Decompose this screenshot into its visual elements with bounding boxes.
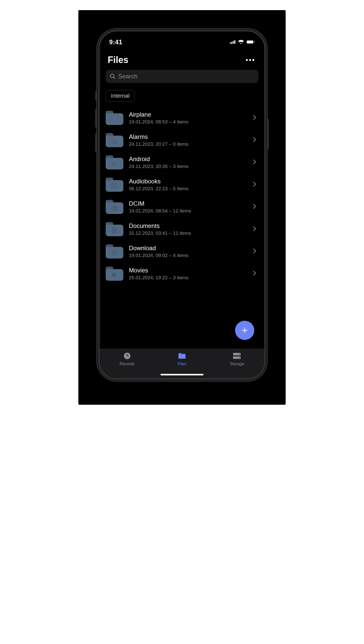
svg-point-24 bbox=[113, 273, 114, 274]
dynamic-island bbox=[163, 35, 201, 47]
svg-line-12 bbox=[116, 163, 116, 164]
nav-recents[interactable]: Recents bbox=[100, 352, 154, 378]
svg-point-23 bbox=[113, 274, 114, 275]
clock-icon bbox=[124, 352, 131, 360]
status-time: 9:41 bbox=[109, 38, 122, 46]
folder-row[interactable]: Android24.11.2023, 20:26 – 3 items bbox=[106, 151, 258, 174]
status-icons bbox=[230, 40, 255, 44]
folder-row[interactable]: Alarms24.11.2023, 20:27 – 0 items bbox=[106, 129, 258, 151]
nav-label: Files bbox=[178, 362, 186, 366]
svg-point-35 bbox=[239, 354, 240, 355]
svg-point-27 bbox=[115, 275, 115, 275]
folder-meta: 06.12.2023, 22:23 – 5 items bbox=[129, 186, 251, 191]
search-field[interactable] bbox=[106, 70, 258, 83]
nav-label: Storage bbox=[230, 362, 244, 366]
home-indicator[interactable] bbox=[161, 374, 203, 375]
chevron-right-icon bbox=[251, 137, 258, 143]
folder-icon bbox=[106, 222, 123, 236]
folder-meta: 25.01.2024, 19:22 – 3 items bbox=[129, 275, 251, 281]
svg-rect-2 bbox=[233, 41, 234, 44]
screen: 9:41 Files ••• bbox=[100, 31, 264, 378]
folder-row[interactable]: Download19.01.2024, 09:02 – 4 items bbox=[106, 240, 258, 263]
storage-icon bbox=[233, 352, 241, 360]
folder-icon bbox=[106, 133, 123, 147]
folder-icon bbox=[106, 244, 123, 259]
breadcrumb-chip[interactable]: Internal bbox=[106, 90, 135, 102]
svg-line-11 bbox=[113, 163, 113, 164]
folder-icon bbox=[106, 178, 123, 192]
search-icon bbox=[110, 73, 116, 79]
folder-name: Audiobooks bbox=[129, 178, 251, 185]
folder-meta: 24.11.2023, 20:26 – 3 items bbox=[129, 164, 251, 169]
folder-name: Movies bbox=[129, 267, 251, 274]
folder-list: Airplane19.01.2024, 08:53 – 4 itemsAlarm… bbox=[100, 107, 264, 349]
folder-icon bbox=[106, 155, 123, 169]
svg-rect-1 bbox=[231, 42, 232, 44]
folder-icon bbox=[106, 200, 123, 214]
svg-rect-3 bbox=[234, 40, 235, 44]
chevron-right-icon bbox=[251, 226, 258, 232]
folder-icon bbox=[106, 267, 123, 281]
page-title: Files bbox=[108, 55, 128, 65]
chevron-right-icon bbox=[251, 181, 258, 188]
chevron-right-icon bbox=[251, 115, 258, 121]
phone-frame: 9:41 Files ••• bbox=[99, 30, 265, 379]
folder-meta: 19.01.2024, 08:53 – 4 items bbox=[129, 119, 251, 125]
chevron-right-icon bbox=[251, 159, 258, 166]
svg-point-10 bbox=[115, 164, 116, 165]
folder-meta: 19.01.2024, 08:54 – 12 items bbox=[129, 208, 251, 214]
folder-name: Airplane bbox=[129, 111, 251, 118]
chevron-right-icon bbox=[251, 270, 258, 277]
svg-point-7 bbox=[110, 74, 114, 78]
svg-line-8 bbox=[113, 77, 115, 79]
folder-meta: 24.11.2023, 20:27 – 0 items bbox=[129, 141, 251, 147]
search-input[interactable] bbox=[118, 73, 254, 80]
add-button[interactable] bbox=[235, 321, 254, 340]
folder-name: Download bbox=[129, 245, 251, 252]
svg-point-36 bbox=[239, 357, 240, 358]
nav-storage[interactable]: Storage bbox=[210, 352, 264, 378]
folder-icon bbox=[178, 352, 186, 360]
chevron-right-icon bbox=[251, 248, 258, 255]
folder-icon bbox=[106, 111, 123, 125]
wifi-icon bbox=[238, 40, 244, 44]
plus-icon bbox=[241, 327, 248, 334]
svg-rect-6 bbox=[254, 41, 255, 43]
svg-point-9 bbox=[113, 164, 114, 165]
folder-row[interactable]: Documents31.12.2023, 03:41 – 11 items bbox=[106, 218, 258, 240]
folder-name: Alarms bbox=[129, 133, 251, 140]
svg-point-26 bbox=[112, 275, 113, 275]
chevron-right-icon bbox=[251, 204, 258, 210]
more-options-button[interactable]: ••• bbox=[246, 56, 256, 64]
app-header: Files ••• bbox=[100, 51, 264, 70]
svg-point-25 bbox=[113, 276, 114, 276]
nav-label: Recents bbox=[120, 362, 134, 366]
battery-icon bbox=[246, 40, 255, 44]
folder-name: Documents bbox=[129, 222, 251, 229]
svg-point-15 bbox=[113, 208, 116, 210]
svg-rect-0 bbox=[230, 42, 231, 44]
folder-meta: 19.01.2024, 09:02 – 4 items bbox=[129, 253, 251, 258]
svg-rect-5 bbox=[247, 41, 253, 44]
cellular-icon bbox=[230, 40, 236, 44]
folder-meta: 31.12.2023, 03:41 – 11 items bbox=[129, 230, 251, 236]
folder-name: Android bbox=[129, 156, 251, 163]
folder-row[interactable]: Movies25.01.2024, 19:22 – 3 items bbox=[106, 263, 258, 285]
folder-row[interactable]: Audiobooks06.12.2023, 22:23 – 5 items bbox=[106, 174, 258, 196]
folder-row[interactable]: DCIM19.01.2024, 08:54 – 12 items bbox=[106, 196, 258, 218]
folder-name: DCIM bbox=[129, 200, 251, 207]
folder-row[interactable]: Airplane19.01.2024, 08:53 – 4 items bbox=[106, 107, 258, 129]
